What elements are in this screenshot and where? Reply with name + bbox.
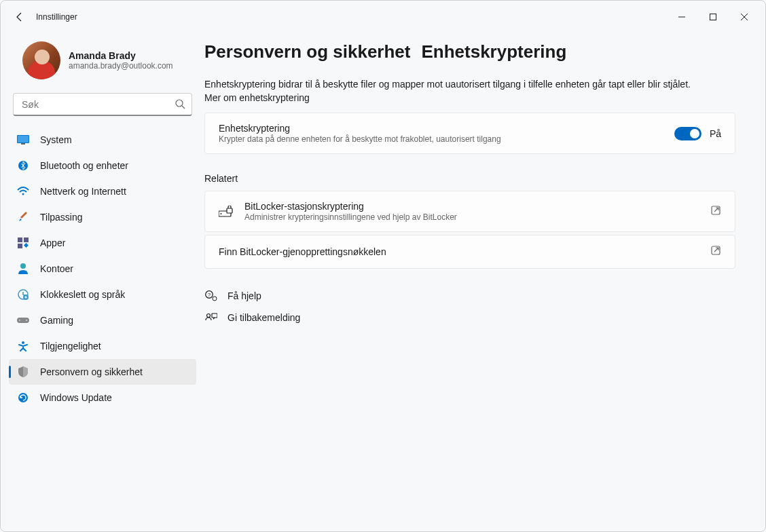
svg-rect-7	[18, 238, 22, 242]
recovery-title: Finn BitLocker-gjenopprettingsnøkkelen	[219, 246, 699, 257]
sidebar-item-gaming[interactable]: Gaming	[9, 307, 196, 333]
nav-list: System Bluetooth og enheter Nettverk og …	[9, 127, 196, 411]
bitlocker-subtitle: Administrer krypteringsinnstillingene ve…	[244, 212, 699, 222]
close-icon	[741, 14, 748, 20]
sidebar-item-system[interactable]: System	[9, 127, 196, 153]
apps-icon	[17, 237, 29, 249]
titlebar: Innstillinger	[1, 1, 765, 33]
encryption-card: Enhetskryptering Krypter data på denne e…	[204, 113, 735, 154]
svg-point-10	[20, 263, 26, 269]
back-button[interactable]	[6, 3, 33, 31]
update-icon	[17, 392, 29, 404]
svg-rect-4	[21, 143, 25, 145]
search-input[interactable]	[13, 93, 192, 116]
svg-point-19	[221, 213, 222, 214]
feedback-icon	[204, 311, 218, 324]
feedback-link[interactable]: Gi tilbakemelding	[204, 307, 735, 328]
sidebar-item-label: Windows Update	[40, 392, 112, 403]
sidebar-item-label: Gaming	[40, 315, 73, 326]
svg-rect-13	[17, 318, 29, 323]
sidebar-item-apps[interactable]: Apper	[9, 230, 196, 256]
sidebar-item-label: Klokkeslett og språk	[40, 289, 125, 300]
sidebar: Amanda Brady amanda.brady@outlook.com Sy…	[1, 33, 204, 531]
learn-more-link[interactable]: Mer om enhetskryptering	[204, 92, 735, 103]
sidebar-item-label: Kontoer	[40, 263, 73, 274]
svg-rect-8	[24, 238, 29, 242]
sidebar-item-accounts[interactable]: Kontoer	[9, 256, 196, 282]
breadcrumb-parent[interactable]: Personvern og sikkerhet	[204, 41, 410, 62]
maximize-button[interactable]	[697, 6, 729, 28]
search-icon	[175, 98, 185, 112]
person-icon	[17, 263, 29, 275]
sidebar-item-bluetooth[interactable]: Bluetooth og enheter	[9, 153, 196, 178]
shield-icon	[17, 366, 29, 378]
window-title: Innstillinger	[36, 12, 77, 22]
arrow-left-icon	[14, 12, 25, 22]
svg-point-6	[22, 193, 24, 195]
svg-point-25	[213, 297, 217, 301]
bitlocker-title: BitLocker-stasjonskryptering	[244, 201, 699, 212]
sidebar-item-label: Personvern og sikkerhet	[40, 366, 143, 377]
svg-point-1	[176, 100, 183, 107]
feedback-label: Gi tilbakemelding	[227, 312, 300, 323]
sidebar-item-accessibility[interactable]: Tilgjengelighet	[9, 333, 196, 359]
close-button[interactable]	[729, 6, 760, 28]
profile-block[interactable]: Amanda Brady amanda.brady@outlook.com	[9, 36, 196, 90]
system-icon	[17, 134, 29, 146]
sidebar-item-label: System	[40, 134, 72, 145]
sidebar-item-network[interactable]: Nettverk og Internett	[9, 178, 196, 204]
get-help-link[interactable]: ? Få hjelp	[204, 285, 735, 307]
sidebar-item-update[interactable]: Windows Update	[9, 385, 196, 411]
svg-point-14	[19, 320, 20, 321]
help-icon: ?	[204, 289, 218, 303]
footer-links: ? Få hjelp Gi tilbakemelding	[204, 285, 735, 328]
accessibility-icon	[17, 340, 29, 352]
sidebar-item-label: Tilgjengelighet	[40, 341, 101, 352]
bitlocker-card[interactable]: BitLocker-stasjonskryptering Administrer…	[204, 191, 735, 232]
recovery-card[interactable]: Finn BitLocker-gjenopprettingsnøkkelen	[204, 235, 735, 269]
svg-rect-20	[227, 208, 232, 213]
related-section-label: Relatert	[204, 173, 735, 184]
main-content: Personvern og sikkerhet Enhetskryptering…	[204, 33, 765, 531]
clock-icon	[17, 288, 29, 301]
window-controls	[666, 6, 760, 28]
encryption-title: Enhetskryptering	[219, 123, 663, 134]
sidebar-item-label: Bluetooth og enheter	[40, 160, 128, 171]
page-description: Enhetskryptering bidrar til å beskytte f…	[204, 79, 735, 90]
sidebar-item-time[interactable]: Klokkeslett og språk	[9, 282, 196, 307]
open-external-icon	[710, 205, 721, 218]
toggle-state-label: På	[710, 128, 721, 139]
open-external-icon	[710, 245, 721, 259]
sidebar-item-label: Nettverk og Internett	[40, 186, 126, 197]
wifi-icon	[17, 185, 29, 197]
breadcrumb-current: Enhetskryptering	[421, 41, 566, 62]
svg-rect-27	[212, 314, 217, 318]
maximize-icon	[710, 14, 716, 20]
search-box	[13, 93, 192, 116]
svg-rect-9	[18, 244, 22, 248]
avatar	[22, 41, 60, 79]
svg-point-15	[26, 320, 27, 321]
svg-point-17	[18, 393, 28, 402]
profile-name: Amanda Brady	[69, 50, 173, 61]
svg-point-26	[207, 314, 211, 318]
svg-rect-3	[18, 136, 29, 142]
encryption-subtitle: Krypter data på denne enheten for å besk…	[219, 134, 663, 144]
gamepad-icon	[17, 314, 29, 326]
sidebar-item-privacy[interactable]: Personvern og sikkerhet	[9, 359, 196, 385]
bluetooth-icon	[17, 159, 29, 172]
svg-text:?: ?	[208, 292, 211, 298]
help-label: Få hjelp	[227, 290, 261, 301]
encryption-toggle[interactable]	[674, 127, 701, 140]
svg-rect-0	[710, 14, 716, 20]
minimize-icon	[678, 14, 685, 20]
breadcrumb: Personvern og sikkerhet Enhetskryptering	[204, 41, 735, 62]
sidebar-item-personalization[interactable]: Tilpassing	[9, 204, 196, 230]
minimize-button[interactable]	[666, 6, 697, 28]
profile-email: amanda.brady@outlook.com	[69, 61, 173, 71]
svg-point-16	[22, 341, 24, 344]
drive-lock-icon	[219, 204, 234, 219]
sidebar-item-label: Tilpassing	[40, 212, 83, 223]
brush-icon	[17, 211, 29, 223]
sidebar-item-label: Apper	[40, 238, 65, 248]
